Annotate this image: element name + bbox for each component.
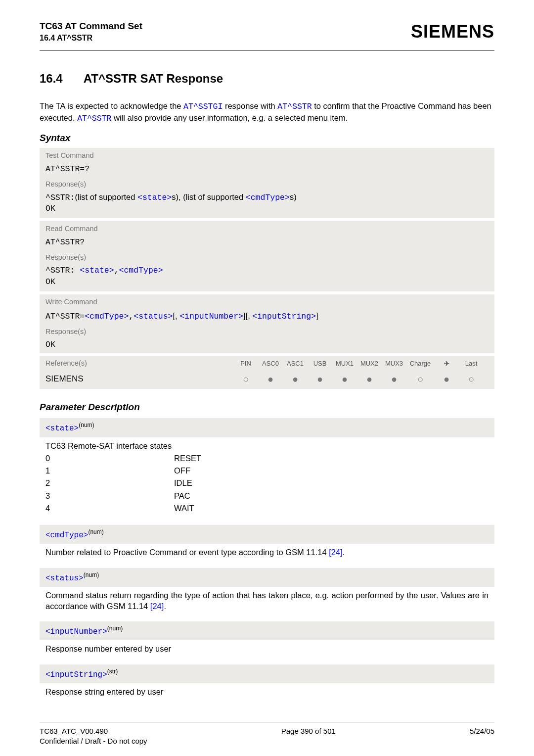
param-inputstring-name[interactable]: <inputString> xyxy=(45,670,107,679)
col-pin: PIN xyxy=(233,359,258,368)
footer-date: 5/24/05 xyxy=(470,726,494,747)
dot-asc1 xyxy=(283,374,308,384)
param-inputstring-link[interactable]: <inputString> xyxy=(252,312,316,321)
dot-charge xyxy=(406,374,434,384)
state-key: 2 xyxy=(45,477,174,488)
footer-version: TC63_ATC_V00.490 xyxy=(40,726,147,736)
col-asc1: ASC1 xyxy=(283,359,308,368)
siemens-row: SIEMENS xyxy=(40,372,494,389)
param-inputstring-sup: (str) xyxy=(107,668,118,675)
ok-text: OK xyxy=(40,337,494,352)
param-state-sup: (num) xyxy=(79,422,94,428)
dot-pin xyxy=(233,374,258,384)
dot-asc0 xyxy=(258,374,283,384)
state-row: 4WAIT xyxy=(45,503,489,514)
param-status-head: <status>(num) xyxy=(40,568,494,587)
separator: , xyxy=(114,266,119,275)
section-heading: 16.4AT^SSTR SAT Response xyxy=(40,71,494,87)
link-at-sstr[interactable]: AT^SSTR xyxy=(277,102,312,111)
intro-text: will also provide any user information, … xyxy=(111,113,348,122)
header-left: TC63 AT Command Set 16.4 AT^SSTR xyxy=(40,20,142,43)
response-label: Response(s) xyxy=(40,324,494,338)
intro-text: The TA is expected to acknowledge the xyxy=(40,101,183,110)
response-label: Response(s) xyxy=(40,177,494,190)
param-inputnumber-name[interactable]: <inputNumber> xyxy=(45,627,107,636)
ok-text: OK xyxy=(45,203,489,214)
param-cmdtype-link[interactable]: <cmdType> xyxy=(85,312,129,321)
param-inputnumber-sup: (num) xyxy=(107,625,123,632)
write-command: AT^SSTR=<cmdType>,<status>[, <inputNumbe… xyxy=(40,308,494,324)
doc-title: TC63 AT Command Set xyxy=(40,20,142,33)
resp-text: s) xyxy=(290,192,297,201)
param-inputstring-head: <inputString>(str) xyxy=(40,664,494,683)
resp-prefix: ^SSTR: xyxy=(45,266,80,275)
footer-confidential: Confidential / Draft - Do not copy xyxy=(40,736,147,746)
col-last: Last xyxy=(459,359,484,368)
param-state-link[interactable]: <state> xyxy=(137,193,172,202)
state-val: OFF xyxy=(174,465,190,476)
block-label: Test Command xyxy=(40,148,494,162)
link-at-sstgi[interactable]: AT^SSTGI xyxy=(183,102,222,111)
ok-text: OK xyxy=(45,277,489,287)
read-command-block: Read Command AT^SSTR? Response(s) ^SSTR:… xyxy=(40,221,494,291)
state-row: 1OFF xyxy=(45,465,489,476)
ref-24-link[interactable]: [24] xyxy=(329,548,343,557)
support-dots xyxy=(233,374,484,384)
dot-last xyxy=(459,374,484,384)
brand-logo: SIEMENS xyxy=(411,20,494,44)
intro-paragraph: The TA is expected to acknowledge the AT… xyxy=(40,100,494,125)
section-title: AT^SSTR SAT Response xyxy=(84,72,223,85)
dot-mux2 xyxy=(357,374,382,384)
reference-block: Reference(s) PIN ASC0 ASC1 USB MUX1 MUX2… xyxy=(40,356,494,389)
state-row: 0RESET xyxy=(45,453,489,464)
col-airplane-icon: ✈ xyxy=(434,359,459,369)
state-key: 0 xyxy=(45,453,174,464)
cmd-prefix: AT^SSTR= xyxy=(45,312,85,321)
response-label: Response(s) xyxy=(40,250,494,264)
state-key: 1 xyxy=(45,465,174,476)
footer-page: Page 390 of 501 xyxy=(281,726,336,747)
parameter-description-heading: Parameter Description xyxy=(40,401,494,414)
param-state-desc: TC63 Remote-SAT interface states xyxy=(45,440,489,451)
footer-left: TC63_ATC_V00.490 Confidential / Draft - … xyxy=(40,726,147,747)
syntax-heading: Syntax xyxy=(40,132,494,144)
param-status-name[interactable]: <status> xyxy=(45,573,84,582)
param-inputnumber-head: <inputNumber>(num) xyxy=(40,621,494,640)
state-val: RESET xyxy=(174,453,201,464)
param-state-name[interactable]: <state> xyxy=(45,424,79,433)
param-cmdtype-link[interactable]: <cmdType> xyxy=(246,193,290,202)
param-status-link[interactable]: <status> xyxy=(134,312,173,321)
param-text: Number related to Proactive Command or e… xyxy=(45,548,329,557)
read-response: ^SSTR: <state>,<cmdType> OK xyxy=(40,263,494,291)
test-response: ^SSTR:(list of supported <state>s), (lis… xyxy=(40,190,494,219)
block-label: Write Command xyxy=(40,294,494,308)
param-status-body: Command status return regarding the type… xyxy=(40,587,494,617)
state-key: 4 xyxy=(45,503,174,514)
section-number: 16.4 xyxy=(40,71,63,87)
param-state-link[interactable]: <state> xyxy=(80,266,114,275)
param-cmdtype-name[interactable]: <cmdType> xyxy=(45,531,88,540)
col-charge: Charge xyxy=(406,359,434,368)
bracket: [, xyxy=(173,311,179,320)
param-cmdtype-head: <cmdType>(num) xyxy=(40,525,494,544)
param-cmdtype-body: Number related to Proactive Command or e… xyxy=(40,544,494,563)
param-text: Command status return regarding the type… xyxy=(45,591,489,611)
link-at-sstr-2[interactable]: AT^SSTR xyxy=(77,114,111,123)
col-mux2: MUX2 xyxy=(357,359,382,368)
col-asc0: ASC0 xyxy=(258,359,283,368)
param-cmdtype-link[interactable]: <cmdType> xyxy=(119,266,163,275)
write-command-block: Write Command AT^SSTR=<cmdType>,<status>… xyxy=(40,294,494,353)
param-inputnumber-body: Response number entered by user xyxy=(40,640,494,659)
state-row: 2IDLE xyxy=(45,477,489,488)
test-command-block: Test Command AT^SSTR=? Response(s) ^SSTR… xyxy=(40,148,494,218)
col-mux3: MUX3 xyxy=(382,359,406,368)
param-cmdtype-sup: (num) xyxy=(88,528,103,535)
param-inputstring-body: Response string entered by user xyxy=(40,683,494,702)
col-mux1: MUX1 xyxy=(332,359,357,368)
ref-24-link[interactable]: [24] xyxy=(150,602,164,611)
reference-label: Reference(s) xyxy=(45,359,233,369)
param-inputnumber-link[interactable]: <inputNumber> xyxy=(179,312,243,321)
param-text: . xyxy=(164,602,166,611)
bracket: ][, xyxy=(243,311,252,320)
dot-airplane xyxy=(434,374,459,384)
